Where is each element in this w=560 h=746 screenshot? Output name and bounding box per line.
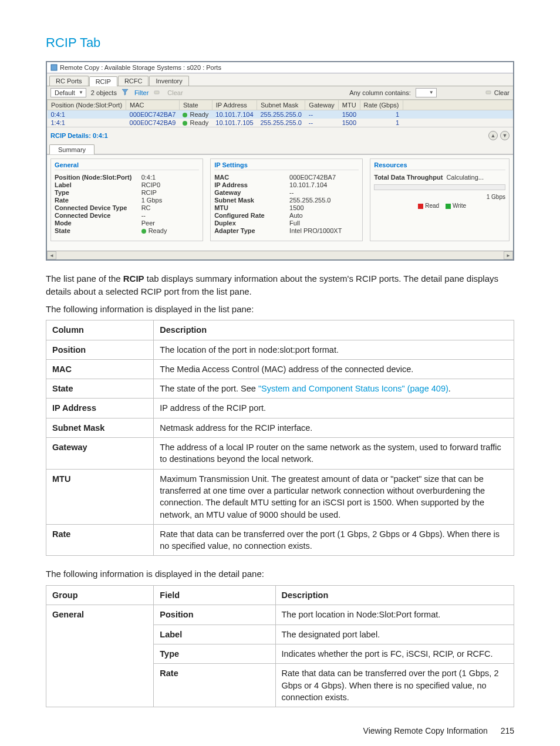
cell: Indicates whether the port is FC, iSCSI,… xyxy=(275,644,514,664)
throughput-bar xyxy=(374,184,505,190)
panel-general: General Position (Node:Slot:Port)0:4:1 L… xyxy=(50,158,203,241)
kv-val: Full xyxy=(289,220,359,227)
filter-icon[interactable] xyxy=(122,89,129,97)
tab-rc-ports[interactable]: RC Ports xyxy=(49,76,89,86)
cell: 10.101.7.105 xyxy=(212,119,257,127)
any-column-dropdown[interactable] xyxy=(416,88,437,97)
tab-rcfc[interactable]: RCFC xyxy=(118,76,149,86)
scroll-right-icon[interactable]: ► xyxy=(504,251,513,259)
tab-inventory[interactable]: Inventory xyxy=(149,76,188,86)
cell: 1 xyxy=(360,110,403,119)
xref-link[interactable]: "System and Component Status Icons" (pag… xyxy=(258,384,448,393)
legend-read-label: Read xyxy=(425,202,439,209)
clear-link-right[interactable]: Clear xyxy=(494,89,510,96)
kv-key: MTU xyxy=(214,204,289,211)
col-mac[interactable]: MAC xyxy=(126,100,180,110)
paragraph: The following information is displayed i… xyxy=(46,568,514,580)
collapse-up-icon[interactable]: ▲ xyxy=(488,131,498,140)
window-icon xyxy=(50,64,58,71)
th-group: Group xyxy=(46,586,154,605)
cell: Ready xyxy=(179,110,212,119)
window-title-bar: Remote Copy : Available Storage Systems … xyxy=(47,62,513,73)
tab-rcip[interactable]: RCIP xyxy=(89,76,117,86)
kv-key: Position (Node:Slot:Port) xyxy=(55,174,141,181)
kv-val: RCIP0 xyxy=(141,181,199,188)
col-mtu[interactable]: MTU xyxy=(338,100,360,110)
th-field: Field xyxy=(154,586,275,605)
view-dropdown[interactable]: Default xyxy=(50,88,86,97)
th-column: Column xyxy=(46,320,154,340)
kv-val: 000E0C742BA7 xyxy=(289,174,359,181)
col-gateway[interactable]: Gateway xyxy=(305,100,338,110)
kv-val: -- xyxy=(289,189,359,196)
cell: 000E0C742BA7 xyxy=(126,110,180,119)
kv-val: 1 Gbps xyxy=(141,197,199,204)
tab-summary[interactable]: Summary xyxy=(49,144,95,154)
any-column-label: Any column contains: xyxy=(349,89,411,96)
rcip-screenshot: Remote Copy : Available Storage Systems … xyxy=(46,61,514,261)
throughput-label: Total Data Throughput xyxy=(374,174,443,181)
cell: 1500 xyxy=(338,110,360,119)
cell: 0:4:1 xyxy=(48,110,126,119)
kv-val: 0:4:1 xyxy=(141,174,199,181)
cell: The address of a local IP router on the … xyxy=(154,438,514,470)
clear-icon-left xyxy=(153,89,160,97)
kv-key: IP Address xyxy=(214,181,289,188)
panel-ip-heading: IP Settings xyxy=(214,160,359,170)
kv-val: RCIP xyxy=(141,189,199,196)
kv-val: Auto xyxy=(289,212,359,219)
cell: 000E0C742BA9 xyxy=(126,119,180,127)
kv-key: MAC xyxy=(214,174,289,181)
cell: The port location in Node:Slot:Port form… xyxy=(275,605,514,625)
panel-ip-settings: IP Settings MAC000E0C742BA7 IP Address10… xyxy=(210,158,363,241)
kv-key: Label xyxy=(55,181,141,188)
cell: Type xyxy=(154,644,275,664)
kv-key: Gateway xyxy=(214,189,289,196)
list-row[interactable]: 1:4:1 000E0C742BA9 Ready 10.101.7.105 25… xyxy=(48,119,513,127)
cell xyxy=(403,110,512,119)
kv-val: RC xyxy=(141,204,199,211)
kv-key: State xyxy=(55,227,141,234)
cell: MAC xyxy=(46,359,154,379)
cell: Subnet Mask xyxy=(46,418,154,437)
filter-link[interactable]: Filter xyxy=(134,89,149,96)
paragraph: The list pane of the RCIP tab displays s… xyxy=(46,272,514,298)
detail-tabs: Summary xyxy=(47,143,513,154)
cell: State xyxy=(46,379,154,399)
cell: IP Address xyxy=(46,399,154,418)
main-tabs: RC Ports RCIP RCFC Inventory xyxy=(47,73,513,86)
clear-icon-right[interactable] xyxy=(485,89,492,97)
cell: MTU xyxy=(46,469,154,524)
scroll-track[interactable] xyxy=(56,252,504,259)
cell: 1:4:1 xyxy=(48,119,126,127)
cell: Label xyxy=(154,625,275,644)
detail-pane-description-table: Group Field Description General Position… xyxy=(46,585,514,707)
cell: 10.101.7.104 xyxy=(212,110,257,119)
kv-val: 10.101.7.104 xyxy=(289,181,359,188)
cell: 1500 xyxy=(338,119,360,127)
cell: Position xyxy=(154,605,275,625)
col-state[interactable]: State xyxy=(179,100,212,110)
collapse-down-icon[interactable]: ▼ xyxy=(500,131,510,140)
scroll-left-icon[interactable]: ◄ xyxy=(47,251,56,259)
window-title-text: Remote Copy : Available Storage Systems … xyxy=(60,64,221,71)
list-row[interactable]: 0:4:1 000E0C742BA7 Ready 10.101.7.104 25… xyxy=(48,110,513,119)
kv-key: Mode xyxy=(55,220,141,227)
col-subnet[interactable]: Subnet Mask xyxy=(257,100,305,110)
horizontal-scrollbar[interactable]: ◄ ► xyxy=(47,251,513,259)
col-ip[interactable]: IP Address xyxy=(212,100,257,110)
clear-link-left[interactable]: Clear xyxy=(167,89,183,96)
cell: Maximum Transmission Unit. The greatest … xyxy=(154,469,514,524)
details-title: RCIP Details: 0:4:1 ▲ ▼ xyxy=(47,127,513,143)
legend-read-swatch xyxy=(418,204,423,209)
cell: -- xyxy=(305,119,338,127)
kv-val: -- xyxy=(141,212,199,219)
page-title: RCIP Tab xyxy=(46,35,514,50)
object-count: 2 objects xyxy=(91,89,117,96)
kv-key: Type xyxy=(55,189,141,196)
detail-panels: General Position (Node:Slot:Port)0:4:1 L… xyxy=(47,154,513,251)
col-rate[interactable]: Rate (Gbps) xyxy=(360,100,403,110)
cell: The state of the port. See "System and C… xyxy=(154,379,514,399)
col-position[interactable]: Position (Node:Slot:Port) xyxy=(48,100,126,110)
cell: Gateway xyxy=(46,438,154,470)
